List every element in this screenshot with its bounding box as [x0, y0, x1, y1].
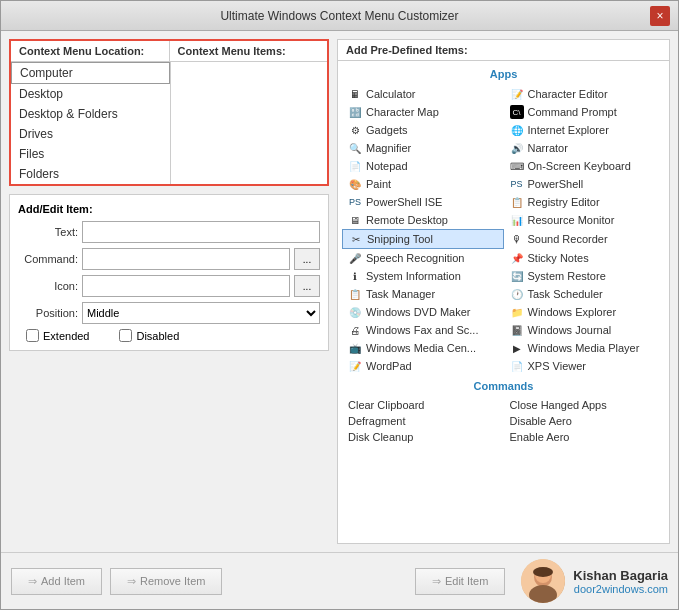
content-area: Context Menu Location: Context Menu Item… [1, 31, 678, 552]
item-command-prompt[interactable]: C\Command Prompt [504, 103, 666, 121]
command-input[interactable] [82, 248, 290, 270]
item-remote-desktop[interactable]: 🖥Remote Desktop [342, 211, 504, 229]
remote-icon: 🖥 [348, 213, 362, 227]
edit-item-button[interactable]: ⇒ Edit Item [415, 568, 505, 595]
item-windows-journal[interactable]: 📓Windows Journal [504, 321, 666, 339]
item-xps-viewer[interactable]: 📄XPS Viewer [504, 357, 666, 375]
item-enable-aero[interactable]: Enable Aero [504, 429, 666, 445]
avatar-illustration [521, 559, 565, 603]
extended-checkbox[interactable] [26, 329, 39, 342]
calculator-icon: 🖩 [348, 87, 362, 101]
icon-browse-btn[interactable]: ... [294, 275, 320, 297]
item-task-scheduler[interactable]: 🕐Task Scheduler [504, 285, 666, 303]
command-browse-btn[interactable]: ... [294, 248, 320, 270]
user-avatar [521, 559, 565, 603]
item-clear-clipboard[interactable]: Clear Clipboard [342, 397, 504, 413]
user-website: door2windows.com [573, 583, 668, 595]
item-magnifier[interactable]: 🔍Magnifier [342, 139, 504, 157]
item-powershell-ise[interactable]: PSPowerShell ISE [342, 193, 504, 211]
apps-grid: 🖩Calculator 📝Character Editor 🔡Character… [342, 85, 665, 375]
item-character-editor[interactable]: 📝Character Editor [504, 85, 666, 103]
snipping-icon: ✂ [349, 232, 363, 246]
remove-item-button[interactable]: ⇒ Remove Item [110, 568, 222, 595]
titlebar: Ultimate Windows Context Menu Customizer… [1, 1, 678, 31]
svg-point-4 [533, 567, 553, 577]
checkbox-row: Extended Disabled [18, 329, 320, 342]
item-snipping-tool[interactable]: ✂Snipping Tool [342, 229, 504, 249]
fax-icon: 🖨 [348, 323, 362, 337]
location-item-computer[interactable]: Computer [11, 62, 170, 84]
speech-icon: 🎤 [348, 251, 362, 265]
item-windows-media-player[interactable]: ▶Windows Media Player [504, 339, 666, 357]
text-row: Text: [18, 221, 320, 243]
system-restore-icon: 🔄 [510, 269, 524, 283]
disabled-checkbox-label[interactable]: Disabled [119, 329, 179, 342]
item-close-hanged[interactable]: Close Hanged Apps [504, 397, 666, 413]
sysinfo-icon: ℹ [348, 269, 362, 283]
add-item-button[interactable]: ⇒ Add Item [11, 568, 102, 595]
magnifier-icon: 🔍 [348, 141, 362, 155]
item-sticky-notes[interactable]: 📌Sticky Notes [504, 249, 666, 267]
sound-recorder-icon: 🎙 [510, 232, 524, 246]
item-internet-explorer[interactable]: 🌐Internet Explorer [504, 121, 666, 139]
close-button[interactable]: × [650, 6, 670, 26]
item-gadgets[interactable]: ⚙Gadgets [342, 121, 504, 139]
location-item-desktop-folders[interactable]: Desktop & Folders [11, 104, 170, 124]
item-windows-dvd-maker[interactable]: 💿Windows DVD Maker [342, 303, 504, 321]
command-label: Command: [18, 253, 78, 265]
xps-icon: 📄 [510, 359, 524, 373]
item-calculator[interactable]: 🖩Calculator [342, 85, 504, 103]
item-on-screen-keyboard[interactable]: ⌨On-Screen Keyboard [504, 157, 666, 175]
item-disk-cleanup[interactable]: Disk Cleanup [342, 429, 504, 445]
item-defragment[interactable]: Defragment [342, 413, 504, 429]
user-name: Kishan Bagaria [573, 568, 668, 583]
location-item-drives[interactable]: Drives [11, 124, 170, 144]
item-system-restore[interactable]: 🔄System Restore [504, 267, 666, 285]
item-wordpad[interactable]: 📝WordPad [342, 357, 504, 375]
text-input[interactable] [82, 221, 320, 243]
item-windows-media-center[interactable]: 📺Windows Media Cen... [342, 339, 504, 357]
item-sound-recorder[interactable]: 🎙Sound Recorder [504, 229, 666, 249]
narrator-icon: 🔊 [510, 141, 524, 155]
powershell-icon: PS [510, 177, 524, 191]
icon-label: Icon: [18, 280, 78, 292]
item-resource-monitor[interactable]: 📊Resource Monitor [504, 211, 666, 229]
icon-input[interactable] [82, 275, 290, 297]
item-disable-aero[interactable]: Disable Aero [504, 413, 666, 429]
icon-row: Icon: ... [18, 275, 320, 297]
right-panel-header: Add Pre-Defined Items: [338, 40, 669, 61]
item-task-manager[interactable]: 📋Task Manager [342, 285, 504, 303]
location-header: Context Menu Location: [11, 41, 170, 61]
main-window: Ultimate Windows Context Menu Customizer… [0, 0, 679, 610]
disabled-checkbox[interactable] [119, 329, 132, 342]
user-area: Kishan Bagaria door2windows.com [521, 559, 668, 603]
position-select[interactable]: Top Middle Bottom [82, 302, 320, 324]
character-map-icon: 🔡 [348, 105, 362, 119]
window-title: Ultimate Windows Context Menu Customizer [29, 9, 650, 23]
extended-checkbox-label[interactable]: Extended [26, 329, 89, 342]
location-item-files[interactable]: Files [11, 144, 170, 164]
item-narrator[interactable]: 🔊Narrator [504, 139, 666, 157]
item-notepad[interactable]: 📄Notepad [342, 157, 504, 175]
journal-icon: 📓 [510, 323, 524, 337]
item-character-map[interactable]: 🔡Character Map [342, 103, 504, 121]
item-windows-explorer[interactable]: 📁Windows Explorer [504, 303, 666, 321]
location-list: Computer Desktop Desktop & Folders Drive… [11, 62, 171, 184]
add-edit-title: Add/Edit Item: [18, 203, 320, 215]
commands-section-label: Commands [342, 377, 665, 395]
location-item-desktop[interactable]: Desktop [11, 84, 170, 104]
wordpad-icon: 📝 [348, 359, 362, 373]
registry-icon: 📋 [510, 195, 524, 209]
item-registry-editor[interactable]: 📋Registry Editor [504, 193, 666, 211]
item-speech-recognition[interactable]: 🎤Speech Recognition [342, 249, 504, 267]
item-system-information[interactable]: ℹSystem Information [342, 267, 504, 285]
panel-headers: Context Menu Location: Context Menu Item… [11, 41, 327, 62]
location-item-folders[interactable]: Folders [11, 164, 170, 184]
command-prompt-icon: C\ [510, 105, 524, 119]
resource-monitor-icon: 📊 [510, 213, 524, 227]
panel-columns: Computer Desktop Desktop & Folders Drive… [11, 62, 327, 184]
item-paint[interactable]: 🎨Paint [342, 175, 504, 193]
item-windows-fax[interactable]: 🖨Windows Fax and Sc... [342, 321, 504, 339]
character-editor-icon: 📝 [510, 87, 524, 101]
item-powershell[interactable]: PSPowerShell [504, 175, 666, 193]
